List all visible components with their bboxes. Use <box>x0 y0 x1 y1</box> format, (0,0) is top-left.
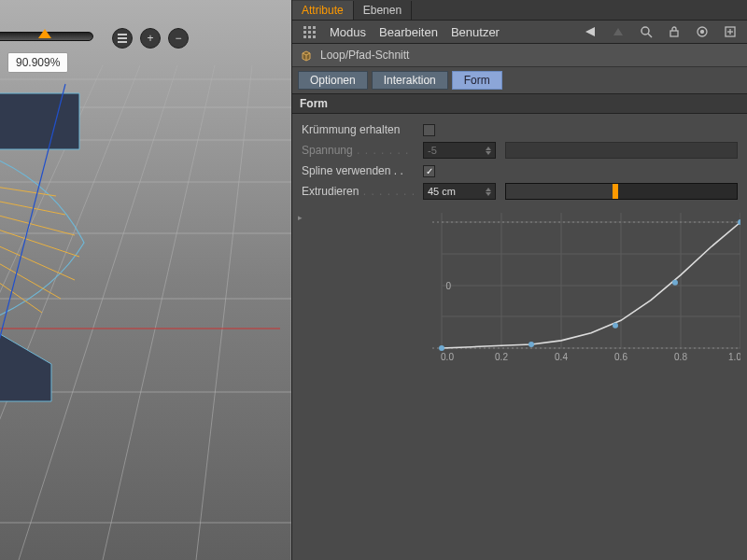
svg-point-63 <box>613 323 618 329</box>
svg-marker-22 <box>0 331 51 401</box>
menu-modus[interactable]: Modus <box>330 25 366 39</box>
field-spannung: -5 <box>423 142 496 159</box>
svg-line-15 <box>0 187 56 196</box>
svg-rect-30 <box>313 31 316 34</box>
viewport-3d[interactable]: + − 90.909% <box>0 0 291 560</box>
svg-rect-28 <box>303 31 306 34</box>
panel-tabs: Attribute Ebenen <box>292 0 747 21</box>
label-kruemmung: Krümmung erhalten <box>302 123 419 136</box>
spline-curve-editor[interactable]: ▸ <box>432 213 738 367</box>
svg-line-20 <box>0 261 61 299</box>
viewport-menu-button[interactable] <box>112 28 133 49</box>
slider-extrude[interactable] <box>505 183 738 200</box>
timeline-handle-icon[interactable] <box>38 29 51 38</box>
svg-text:0: 0 <box>445 281 451 291</box>
svg-line-19 <box>0 245 75 280</box>
svg-text:0.8: 0.8 <box>674 352 687 362</box>
svg-text:0.2: 0.2 <box>495 352 508 362</box>
checkbox-spline[interactable]: ✓ <box>423 165 435 177</box>
svg-marker-34 <box>585 27 595 36</box>
svg-rect-33 <box>313 35 316 38</box>
zoom-out-button[interactable]: − <box>168 28 189 49</box>
svg-line-37 <box>648 34 652 37</box>
timeline-slider[interactable] <box>0 32 93 41</box>
svg-rect-26 <box>308 26 311 29</box>
svg-line-17 <box>0 215 75 235</box>
subtab-interaktion[interactable]: Interaktion <box>372 71 448 90</box>
viewport-grid <box>0 0 291 560</box>
field-extrude[interactable]: 45 cm <box>423 183 496 200</box>
section-form-header: Form <box>292 93 747 114</box>
menu-bearbeiten[interactable]: Bearbeiten <box>379 25 438 39</box>
collapse-icon[interactable]: ▸ <box>298 213 303 222</box>
label-spline: Spline verwenden . . <box>302 164 419 177</box>
svg-rect-25 <box>303 26 306 29</box>
svg-point-64 <box>672 280 678 286</box>
svg-marker-14 <box>0 93 79 149</box>
svg-marker-35 <box>613 28 623 35</box>
object-header: Loop/Pfad-Schnitt <box>292 44 747 67</box>
tab-ebenen[interactable]: Ebenen <box>354 1 412 20</box>
tab-attribute[interactable]: Attribute <box>292 1 354 20</box>
object-name: Loop/Pfad-Schnitt <box>320 49 409 62</box>
svg-rect-32 <box>308 35 311 38</box>
svg-rect-27 <box>313 26 316 29</box>
new-panel-icon[interactable] <box>723 24 738 39</box>
slider-spannung <box>505 142 738 159</box>
lock-icon[interactable] <box>667 24 682 39</box>
svg-text:0.4: 0.4 <box>555 352 568 362</box>
nav-up-icon[interactable] <box>611 24 626 39</box>
svg-text:0.0: 0.0 <box>441 352 454 362</box>
menu-benutzer[interactable]: Benutzer <box>451 25 500 39</box>
attribute-panel: Attribute Ebenen Modus Bearbeiten Benutz… <box>291 0 747 560</box>
svg-point-62 <box>529 342 534 347</box>
svg-text:0.6: 0.6 <box>614 352 627 362</box>
svg-text:1.0: 1.0 <box>728 352 740 362</box>
svg-point-40 <box>701 31 704 34</box>
panel-grid-icon[interactable] <box>302 24 317 39</box>
zoom-in-button[interactable]: + <box>140 28 161 49</box>
label-extrude: Extrudieren <box>302 185 419 198</box>
label-spannung: Spannung <box>302 144 419 157</box>
cube-icon <box>300 49 313 62</box>
checkbox-kruemmung[interactable] <box>423 124 435 136</box>
svg-line-12 <box>196 65 252 560</box>
svg-point-61 <box>439 345 444 351</box>
svg-point-36 <box>641 27 649 35</box>
svg-rect-29 <box>308 31 311 34</box>
subtab-form[interactable]: Form <box>452 71 502 90</box>
search-icon[interactable] <box>639 24 654 39</box>
timeline-percent: 90.909% <box>7 52 68 73</box>
subtab-optionen[interactable]: Optionen <box>298 71 368 90</box>
svg-rect-38 <box>670 31 678 36</box>
svg-line-11 <box>103 65 215 560</box>
svg-rect-31 <box>303 35 306 38</box>
nav-back-icon[interactable] <box>583 24 598 39</box>
target-icon[interactable] <box>695 24 710 39</box>
